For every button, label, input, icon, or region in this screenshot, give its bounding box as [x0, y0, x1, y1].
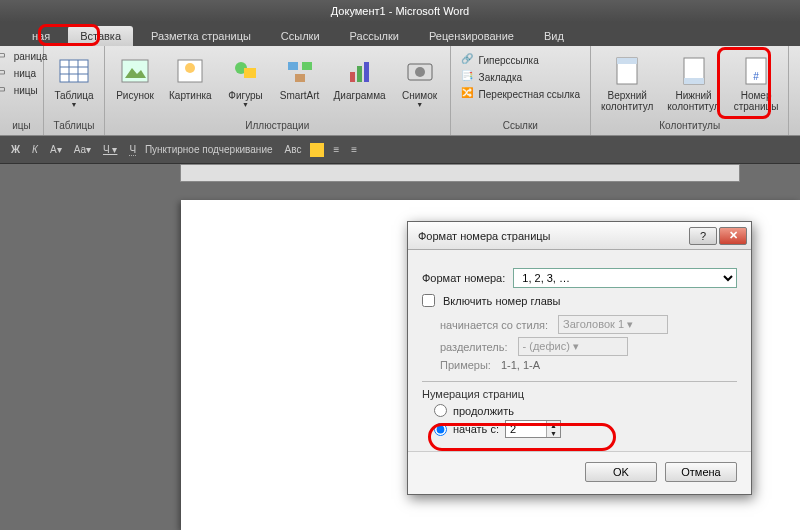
spin-up[interactable]: ▲	[546, 421, 560, 429]
header-button[interactable]: Верхнийколонтитул	[597, 48, 657, 114]
hyperlink-icon: 🔗	[461, 53, 475, 67]
continue-label: продолжить	[453, 405, 514, 417]
cancel-button[interactable]: Отмена	[665, 462, 737, 482]
group-pages: ▭раница ▭ница ▭ницы ицы	[0, 46, 44, 135]
hyperlink-button[interactable]: 🔗Гиперссылка	[457, 52, 584, 68]
smartart-button[interactable]: SmartArt	[276, 48, 324, 103]
group-pages-label: ицы	[12, 119, 31, 133]
group-links-label: Ссылки	[503, 119, 538, 133]
svg-rect-14	[350, 72, 355, 82]
start-at-spinner[interactable]: ▲▼	[505, 420, 561, 438]
number-format-select[interactable]: 1, 2, 3, …	[513, 268, 737, 288]
spin-down[interactable]: ▼	[546, 429, 560, 437]
chart-button[interactable]: Диаграмма	[330, 48, 390, 103]
help-button[interactable]: ?	[689, 227, 717, 245]
svg-rect-13	[295, 74, 305, 82]
svg-rect-20	[617, 58, 637, 64]
page-number-button[interactable]: #Номерстраницы	[730, 48, 783, 114]
start-at-input[interactable]	[506, 421, 546, 437]
ok-button[interactable]: OK	[585, 462, 657, 482]
number-format-label: Формат номера:	[422, 272, 505, 284]
starts-style-select: Заголовок 1 ▾	[558, 315, 668, 334]
ribbon: ▭раница ▭ница ▭ницы ицы Таблица▼ Таблицы…	[0, 46, 800, 136]
start-at-label: начать с:	[453, 423, 499, 435]
crossref-icon: 🔀	[461, 87, 475, 101]
svg-point-8	[185, 63, 195, 73]
chart-icon	[342, 52, 378, 88]
tab-mailings[interactable]: Рассылки	[338, 26, 411, 46]
separator-select: - (дефис) ▾	[518, 337, 628, 356]
svg-rect-15	[357, 66, 362, 82]
ruler[interactable]	[180, 164, 740, 182]
svg-rect-0	[60, 60, 88, 82]
group-headers-label: Колонтитулы	[659, 119, 720, 133]
svg-text:#: #	[753, 71, 759, 82]
svg-rect-12	[302, 62, 312, 70]
footer-icon	[676, 52, 712, 88]
highlight-icon[interactable]	[310, 143, 324, 157]
svg-rect-11	[288, 62, 298, 70]
tab-home-partial[interactable]: ная	[20, 26, 62, 46]
header-icon	[609, 52, 645, 88]
svg-rect-22	[684, 78, 704, 84]
dotted-underline-button[interactable]: Ч Пунктирное подчеркивание	[126, 144, 275, 156]
smartart-icon	[282, 52, 318, 88]
footer-button[interactable]: Нижнийколонтитул	[663, 48, 723, 114]
textbox-button-partial[interactable]: AНад	[795, 48, 800, 103]
titlebar: Документ1 - Microsoft Word	[0, 0, 800, 22]
tab-view[interactable]: Вид	[532, 26, 576, 46]
page-icon: ▭	[0, 49, 10, 63]
tab-page-layout[interactable]: Разметка страницы	[139, 26, 263, 46]
examples-value: 1-1, 1-A	[501, 359, 540, 371]
bookmark-icon: 📑	[461, 70, 475, 84]
include-chapter-checkbox[interactable]	[422, 294, 435, 307]
starts-style-label: начинается со стиля:	[440, 319, 548, 331]
close-button[interactable]: ✕	[719, 227, 747, 245]
page-number-icon: #	[738, 52, 774, 88]
tab-references[interactable]: Ссылки	[269, 26, 332, 46]
group-illustrations: Рисунок Картинка Фигуры▼ SmartArt Диагра…	[105, 46, 451, 135]
clipart-button[interactable]: Картинка	[165, 48, 216, 103]
secondary-toolbar: Ж К А▾ Аа▾ Ч ▾ Ч Пунктирное подчеркивани…	[0, 136, 800, 164]
tab-insert[interactable]: Вставка	[68, 26, 133, 46]
page-icon: ▭	[0, 66, 10, 80]
numbering-group-title: Нумерация страниц	[422, 388, 737, 400]
continue-radio[interactable]	[434, 404, 447, 417]
shapes-icon	[228, 52, 264, 88]
group-headers: Верхнийколонтитул Нижнийколонтитул #Номе…	[591, 46, 789, 135]
tab-review[interactable]: Рецензирование	[417, 26, 526, 46]
shapes-button[interactable]: Фигуры▼	[222, 48, 270, 110]
examples-label: Примеры:	[440, 359, 491, 371]
svg-point-18	[415, 67, 425, 77]
group-links: 🔗Гиперссылка 📑Закладка 🔀Перекрестная ссы…	[451, 46, 591, 135]
svg-rect-10	[244, 68, 256, 78]
bookmark-button[interactable]: 📑Закладка	[457, 69, 584, 85]
include-chapter-label: Включить номер главы	[443, 295, 561, 307]
ribbon-tabs: ная Вставка Разметка страницы Ссылки Рас…	[0, 22, 800, 46]
titlebar-text: Документ1 - Microsoft Word	[331, 5, 469, 17]
group-illustrations-label: Иллюстрации	[245, 119, 309, 133]
camera-icon	[402, 52, 438, 88]
picture-icon	[117, 52, 153, 88]
clipart-icon	[172, 52, 208, 88]
screenshot-button[interactable]: Снимок▼	[396, 48, 444, 110]
svg-rect-16	[364, 62, 369, 82]
separator-label: разделитель:	[440, 341, 508, 353]
svg-rect-5	[122, 60, 148, 82]
group-tables: Таблица▼ Таблицы	[44, 46, 105, 135]
dialog-titlebar[interactable]: Формат номера страницы ? ✕	[408, 222, 751, 250]
dialog-title: Формат номера страницы	[418, 230, 551, 242]
table-button[interactable]: Таблица▼	[50, 48, 98, 110]
picture-button[interactable]: Рисунок	[111, 48, 159, 103]
page-number-format-dialog: Формат номера страницы ? ✕ Формат номера…	[407, 221, 752, 495]
group-tables-label: Таблицы	[54, 119, 95, 133]
page-icon: ▭	[0, 83, 10, 97]
start-at-radio[interactable]	[434, 423, 447, 436]
crossref-button[interactable]: 🔀Перекрестная ссылка	[457, 86, 584, 102]
group-partial: AНад	[789, 46, 800, 135]
table-icon	[56, 52, 92, 88]
